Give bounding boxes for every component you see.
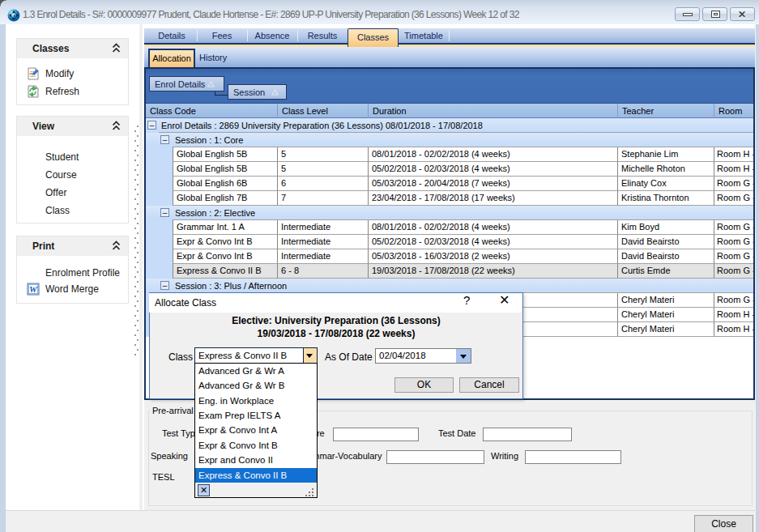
svg-text:W: W — [29, 284, 38, 294]
